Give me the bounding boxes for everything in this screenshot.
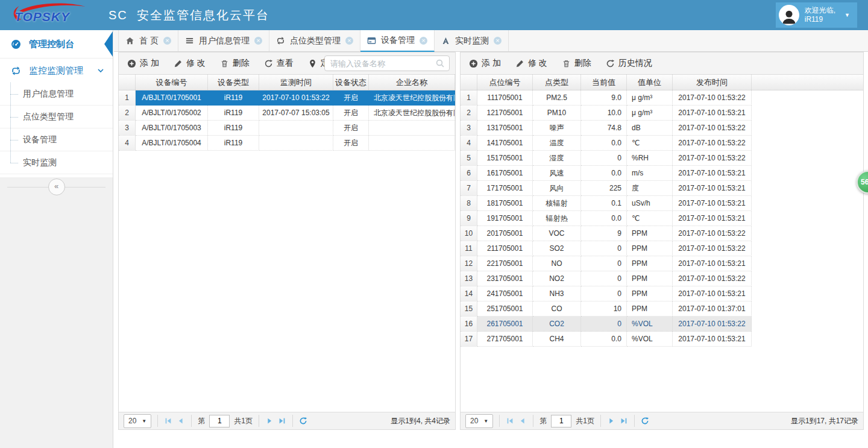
sidebar-collapse-row: « [0, 177, 113, 197]
table-cell [369, 136, 455, 151]
page-size-select[interactable]: 20▼ [124, 414, 151, 428]
tab-realtime[interactable]: 实时监测 [435, 30, 509, 51]
table-row[interactable]: 2A/BJLT/0/1705002iR1192017-07-07 15:03:0… [119, 106, 455, 121]
table-row[interactable]: 13231705001NO20PPM2017-07-10 01:53:22 [461, 271, 752, 286]
table-cell: NO [533, 256, 581, 271]
user-menu[interactable]: 欢迎光临, iR119 ▼ [776, 2, 857, 28]
table-cell: 2017-07-10 01:53:22 [673, 136, 752, 151]
row-number: 4 [461, 136, 477, 151]
table-row[interactable]: 4A/BJLT/0/1705004iR119开启 [119, 136, 455, 151]
table-row[interactable]: 3131705001噪声74.8dB2017-07-10 01:53:22 [461, 121, 752, 136]
add-button[interactable]: 添 加 [127, 58, 159, 69]
button-label: 查看 [277, 58, 294, 69]
column-header[interactable]: 设备编号 [136, 75, 208, 90]
tab-home[interactable]: 首 页 [118, 30, 178, 51]
page-input[interactable] [209, 415, 230, 427]
app-root: TOPSKY SC 安全监管信息化云平台 欢迎光临, iR119 ▼ [0, 0, 868, 448]
table-cell: 231705001 [477, 271, 533, 286]
close-icon[interactable] [420, 37, 427, 45]
refresh-icon [606, 59, 615, 68]
close-icon[interactable] [494, 37, 502, 45]
page-input[interactable] [551, 415, 571, 427]
table-row[interactable]: 1111705001PM2.59.0μ g/m³2017-07-10 01:53… [461, 90, 752, 106]
table-row[interactable]: 12221705001NO0PPM2017-07-10 01:53:21 [461, 256, 752, 271]
caret-down-icon: ▼ [483, 418, 488, 424]
refresh-button[interactable] [299, 417, 307, 425]
table-cell: PPM [627, 256, 673, 271]
table-row[interactable]: 5151705001湿度0%RH2017-07-10 01:53:22 [461, 151, 752, 166]
search-input[interactable] [329, 58, 435, 69]
delete-button[interactable]: 删除 [220, 58, 250, 69]
table-cell [259, 136, 333, 151]
column-header[interactable]: 点位编号 [477, 75, 533, 90]
column-header[interactable]: 当前值 [581, 75, 627, 90]
tab-label: 首 页 [139, 36, 159, 46]
topsky-logo: TOPSKY [6, 2, 102, 28]
chevron-down-icon: ▼ [844, 12, 850, 18]
table-row[interactable]: 10201705001VOC9PPM2017-07-10 01:53:22 [461, 226, 752, 241]
table-cell: 2017-07-10 01:53:22 [673, 226, 752, 241]
table-row[interactable]: 14241705001NH30PPM2017-07-10 01:53:21 [461, 286, 752, 301]
tab-point-type[interactable]: 点位类型管理 [269, 30, 360, 51]
table-cell: NH3 [533, 286, 581, 301]
table-cell: 辐射热 [533, 211, 581, 226]
table-row[interactable]: 3A/BJLT/0/1705003iR119开启 [119, 121, 455, 136]
edit-button[interactable]: 修 改 [515, 58, 547, 69]
sidebar-item-console[interactable]: 管理控制台 [0, 30, 113, 58]
table-row[interactable]: 8181705001核辐射0.1uSv/h2017-07-10 01:53:21 [461, 196, 752, 211]
sidebar-item-device[interactable]: 设备管理 [0, 128, 113, 151]
search-icon[interactable] [435, 58, 445, 68]
page-size-select[interactable]: 20▼ [465, 414, 493, 428]
table-row[interactable]: 4141705001温度0.0℃2017-07-10 01:53:22 [461, 136, 752, 151]
table-cell: iR119 [208, 106, 259, 121]
column-header[interactable]: 点类型 [533, 75, 581, 90]
table-row[interactable]: 7171705001风向225度2017-07-10 01:53:21 [461, 181, 752, 196]
sidebar-item-point-type[interactable]: 点位类型管理 [0, 106, 113, 128]
tab-user-info[interactable]: 用户信息管理 [178, 30, 269, 51]
table-row[interactable]: 11211705001SO20PPM2017-07-10 01:53:22 [461, 241, 752, 256]
table-row[interactable]: 2121705001PM1010.0μ g/m³2017-07-10 01:53… [461, 106, 752, 121]
point-panel: 添 加修 改删除历史情况 点位编号点类型当前值值单位发布时间1111705001… [460, 52, 864, 430]
table-row[interactable]: 6161705001风速0.0m/s2017-07-10 01:53:21 [461, 166, 752, 181]
point-pager: 20▼ 第 共1页 显示1到17, 共17记录 [461, 412, 863, 429]
loop-icon [276, 36, 285, 45]
column-header[interactable]: 设备类型 [208, 75, 259, 90]
last-page-button[interactable] [278, 417, 286, 425]
next-page-button[interactable] [607, 417, 615, 425]
sidebar-collapse-button[interactable]: « [48, 178, 65, 195]
table-row[interactable]: 16261705001CO20%VOL2017-07-10 01:53:22 [461, 317, 752, 332]
close-icon[interactable] [254, 37, 262, 45]
prev-page-button[interactable] [518, 417, 527, 425]
close-icon[interactable] [163, 37, 171, 45]
history-button[interactable]: 历史情况 [606, 58, 652, 69]
column-header[interactable]: 企业名称 [369, 75, 455, 90]
column-header[interactable]: 发布时间 [673, 75, 752, 90]
last-page-button[interactable] [620, 417, 628, 425]
table-row[interactable]: 1A/BJLT/0/1705001iR1192017-07-10 01:53:2… [119, 90, 455, 106]
table-row[interactable]: 9191705001辐射热0.0℃2017-07-10 01:53:21 [461, 211, 752, 226]
sidebar-item-user-info[interactable]: 用户信息管理 [0, 83, 113, 106]
device-toolbar: 添 加修 改删除查看定位 [119, 52, 455, 75]
refresh-button[interactable] [641, 417, 649, 425]
table-row[interactable]: 15251705001CO10PPM2017-07-10 01:37:01 [461, 301, 752, 317]
edit-button[interactable]: 修 改 [174, 58, 206, 69]
table-cell: PPM [627, 226, 673, 241]
next-page-button[interactable] [265, 417, 274, 425]
add-button[interactable]: 添 加 [469, 58, 501, 69]
delete-button[interactable]: 删除 [562, 58, 591, 69]
sidebar-item-realtime[interactable]: 实时监测 [0, 151, 113, 174]
first-page-button[interactable] [506, 417, 514, 425]
close-icon[interactable] [345, 37, 353, 45]
column-header[interactable]: 监测时间 [259, 75, 333, 90]
table-cell: 10 [581, 301, 627, 317]
column-header[interactable]: 设备状态 [333, 75, 369, 90]
tab-device[interactable]: 设备管理 [360, 30, 435, 52]
table-row[interactable]: 17271705001CH40.0%VOL2017-07-10 01:53:21 [461, 332, 752, 347]
sidebar-item-monitor-manage[interactable]: 监控监测管理 [0, 58, 113, 83]
first-page-button[interactable] [164, 417, 172, 425]
prev-page-button[interactable] [177, 417, 185, 425]
column-header[interactable]: 值单位 [627, 75, 673, 90]
table-cell: dB [627, 121, 673, 136]
page-prefix-label: 第 [539, 416, 547, 426]
view-button[interactable]: 查看 [264, 58, 294, 69]
